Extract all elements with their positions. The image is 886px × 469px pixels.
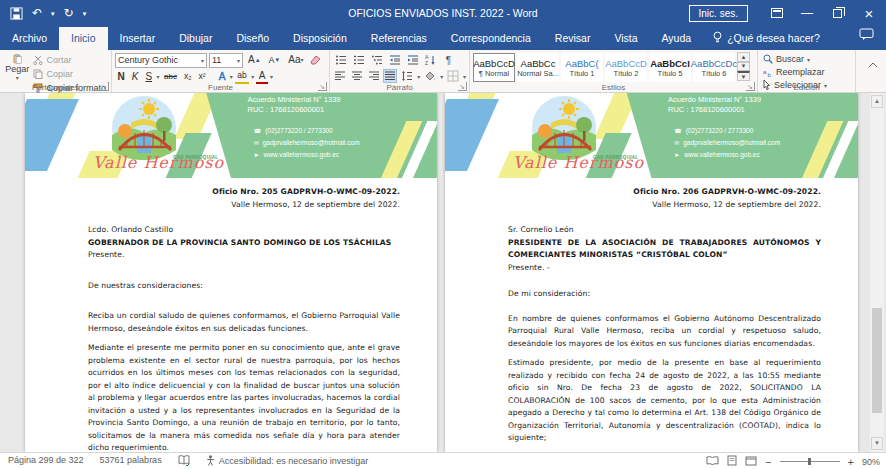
sort-icon[interactable]: AZ: [423, 53, 438, 67]
tab-revisar[interactable]: Revisar: [543, 27, 603, 50]
tab-vista[interactable]: Vista: [602, 27, 649, 50]
tab-dibujar[interactable]: Dibujar: [167, 27, 224, 50]
highlight-dropdown-icon[interactable]: ▾: [251, 73, 254, 80]
qat-customize-icon[interactable]: ▾: [83, 10, 87, 17]
paragraph-dialog-launcher[interactable]: ↘: [458, 82, 467, 91]
tab-inicio[interactable]: Inicio: [59, 27, 108, 50]
tab-disposicion[interactable]: Disposición: [281, 27, 359, 50]
font-family-combo[interactable]: Century Gothic▾: [115, 53, 207, 68]
clipboard-dialog-launcher[interactable]: ↘: [100, 82, 109, 91]
copy-button[interactable]: Copiar: [31, 68, 108, 80]
redo-icon[interactable]: ↻: [64, 7, 74, 19]
restore-button[interactable]: [822, 0, 852, 26]
shading-dropdown-icon[interactable]: ▾: [440, 73, 443, 80]
borders-dropdown-icon[interactable]: ▾: [463, 73, 466, 80]
find-button[interactable]: Buscar ▾: [761, 53, 852, 65]
scrollbar-thumb[interactable]: [872, 308, 882, 413]
font-color-button[interactable]: A: [256, 69, 268, 84]
align-left-icon[interactable]: [333, 69, 347, 83]
strikethrough-button[interactable]: abc: [162, 70, 180, 83]
scroll-up-icon[interactable]: ▲: [871, 95, 883, 108]
bullets-icon[interactable]: [333, 53, 348, 67]
read-mode-icon[interactable]: [706, 456, 719, 468]
shrink-font-button[interactable]: A▼: [266, 54, 284, 66]
style-titulo-1[interactable]: AaBbC(Título 1: [561, 53, 603, 82]
document-page-1[interactable]: Valle Hermoso GAD PARROQUIAL Acuerdo Min…: [25, 93, 437, 452]
zoom-slider-thumb[interactable]: [808, 458, 811, 465]
styles-dialog-launcher[interactable]: ↘: [746, 82, 755, 91]
paste-button[interactable]: Pegar ▾: [3, 52, 31, 81]
borders-icon[interactable]: [446, 69, 460, 83]
scroll-down-icon[interactable]: ▼: [871, 437, 883, 450]
grow-font-button[interactable]: A▲: [245, 54, 264, 66]
align-right-icon[interactable]: [367, 69, 381, 83]
text-effects-dropdown-icon[interactable]: ▾: [230, 73, 233, 80]
zoom-slider[interactable]: [780, 461, 840, 462]
justify-icon[interactable]: [383, 69, 397, 83]
styles-scroll-down-icon[interactable]: ▼: [737, 62, 750, 72]
undo-icon[interactable]: ↶: [32, 7, 42, 19]
tab-insertar[interactable]: Insertar: [108, 27, 168, 50]
shading-icon[interactable]: [423, 69, 437, 83]
subscript-button[interactable]: x₂: [182, 70, 195, 83]
font-size-combo[interactable]: 11▾: [209, 53, 243, 68]
letter-body[interactable]: Oficio Nro. 205 GADPRVH-O-WMC-09-2022. V…: [25, 178, 437, 452]
style-normal-sa[interactable]: AaBbCcNormal Sa...: [517, 53, 559, 82]
zoom-out-icon[interactable]: −: [765, 456, 771, 468]
comments-icon[interactable]: [847, 27, 886, 50]
style-normal[interactable]: AaBbCcD¶ Normal: [473, 53, 515, 82]
word-count-status[interactable]: 53761 palabras: [100, 455, 162, 465]
accessibility-status[interactable]: Accesibilidad: es necesario investigar: [206, 455, 369, 466]
align-center-icon[interactable]: [350, 69, 364, 83]
style-titulo-6[interactable]: AaBbCcDcTítulo 6: [693, 53, 735, 82]
undo-dropdown-icon[interactable]: ▾: [51, 10, 55, 17]
decrease-indent-icon[interactable]: [387, 53, 402, 67]
tab-correspondencia[interactable]: Correspondencia: [439, 27, 543, 50]
print-layout-icon[interactable]: [727, 455, 737, 468]
zoom-level[interactable]: 90%: [862, 457, 880, 467]
sign-in-button[interactable]: Inic. ses.: [689, 5, 748, 22]
styles-more-icon[interactable]: ▼: [737, 71, 750, 81]
status-bar: Página 299 de 322 53761 palabras Accesib…: [0, 452, 886, 469]
close-button[interactable]: ×: [852, 0, 886, 26]
ribbon-display-options-button[interactable]: [762, 0, 792, 26]
italic-button[interactable]: K: [129, 70, 141, 83]
change-case-button[interactable]: Aa▾: [285, 54, 306, 66]
vertical-scrollbar[interactable]: ▲ ▼: [870, 93, 884, 452]
styles-scroll-up-icon[interactable]: ▲: [737, 52, 750, 62]
proofing-status-icon[interactable]: [178, 455, 190, 466]
web-layout-icon[interactable]: [745, 456, 757, 468]
document-area[interactable]: Valle Hermoso GAD PARROQUIAL Acuerdo Min…: [0, 93, 886, 452]
style-titulo-2[interactable]: AaBbCcDTítulo 2: [605, 53, 647, 82]
numbering-icon[interactable]: [351, 53, 366, 67]
replace-button[interactable]: ab Reemplazar: [761, 66, 852, 78]
page-number-status[interactable]: Página 299 de 322: [8, 455, 84, 465]
underline-button[interactable]: S: [143, 70, 155, 83]
tab-diseno[interactable]: Diseño: [224, 27, 281, 50]
show-marks-icon[interactable]: ¶: [441, 53, 456, 67]
tab-archivo[interactable]: Archivo: [0, 27, 59, 50]
multilevel-list-icon[interactable]: [369, 53, 384, 67]
tell-me-box[interactable]: ¿Qué desea hacer?: [703, 26, 830, 50]
underline-dropdown-icon[interactable]: ▾: [157, 73, 160, 80]
zoom-in-icon[interactable]: +: [848, 456, 854, 468]
collapse-ribbon-icon[interactable]: [860, 50, 886, 92]
save-icon[interactable]: [10, 7, 23, 20]
tab-ayuda[interactable]: Ayuda: [650, 27, 704, 50]
text-effects-button[interactable]: A: [216, 70, 228, 83]
highlight-button[interactable]: ab: [235, 69, 249, 84]
line-spacing-dropdown-icon[interactable]: ▾: [417, 73, 420, 80]
document-page-2[interactable]: Valle Hermoso GAD PARROQUIAL Acuerdo Min…: [445, 93, 858, 452]
tab-referencias[interactable]: Referencias: [359, 27, 439, 50]
superscript-button[interactable]: x²: [196, 70, 208, 83]
bold-button[interactable]: N: [115, 70, 127, 83]
line-spacing-icon[interactable]: [400, 69, 414, 83]
style-titulo-5[interactable]: AaBbCcITítulo 5: [649, 53, 691, 82]
letter-body[interactable]: Oficio Nro. 206 GADPRVH-O-WMC-09-2022. V…: [445, 178, 858, 452]
clear-formatting-button[interactable]: [309, 51, 321, 69]
font-dialog-launcher[interactable]: ↘: [318, 82, 327, 91]
increase-indent-icon[interactable]: [405, 53, 420, 67]
font-color-dropdown-icon[interactable]: ▾: [270, 73, 273, 80]
cut-button[interactable]: Cortar: [31, 54, 108, 66]
minimize-button[interactable]: —: [792, 0, 822, 26]
